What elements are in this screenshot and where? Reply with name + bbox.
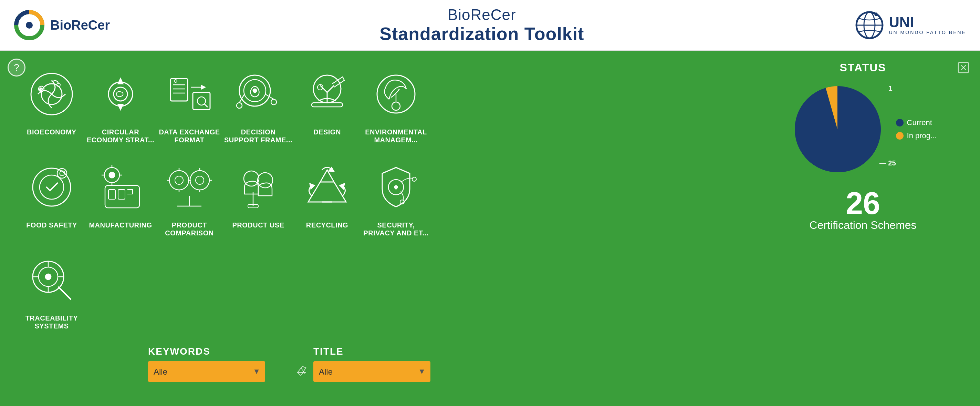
icon-circular-economy[interactable]: CIRCULAR ECONOMY STRAT... <box>86 65 155 144</box>
header-title-sub: Standardization Toolkit <box>110 24 854 44</box>
right-panel: STATUS 1 — 25 <box>763 61 963 232</box>
chart-legend-row: 1 — 25 Current In prog... <box>763 81 963 177</box>
keywords-filter-label: KEYWORDS <box>148 346 265 357</box>
svg-rect-49 <box>108 190 115 199</box>
main-content: ? € BIOECONOMY CIRCULAR ECONOMY STRAT... <box>0 51 980 406</box>
svg-point-22 <box>174 80 177 82</box>
svg-point-79 <box>45 274 51 280</box>
header: BioReCer BioReCer Standardization Toolki… <box>0 0 980 51</box>
legend-current: Current <box>896 118 937 127</box>
svg-point-40 <box>40 175 64 199</box>
pie-label-inprogress: — 25 <box>880 159 896 167</box>
legend-current-label: Current <box>907 118 932 127</box>
certification-number: 26 <box>763 188 963 219</box>
keywords-select[interactable]: Alle <box>148 361 265 382</box>
icon-data-exchange[interactable]: DATA EXCHANGE FORMAT <box>155 65 224 144</box>
svg-point-51 <box>169 171 189 190</box>
legend-inprogress-dot <box>896 132 904 139</box>
icon-recycling[interactable]: RECYCLING <box>293 158 361 237</box>
svg-point-30 <box>237 103 242 108</box>
uni-logo-text: UNI <box>889 15 967 30</box>
icon-security[interactable]: SECURITY, PRIVACY AND ET... <box>361 158 430 237</box>
svg-point-52 <box>175 176 183 184</box>
pie-label-current: 1 <box>888 85 892 93</box>
header-title-main: BioReCer <box>110 6 854 24</box>
icon-environmental[interactable]: ENVIRONMENTAL MANAGEM... <box>361 65 430 144</box>
icon-security-label: SECURITY, PRIVACY AND ET... <box>361 221 430 237</box>
svg-marker-69 <box>340 184 344 189</box>
svg-point-58 <box>196 176 204 184</box>
help-button[interactable]: ? <box>8 59 25 77</box>
icon-traceability-label: TRACEABILITY SYSTEMS <box>17 314 86 330</box>
biorecer-logo-area: BioReCer <box>14 10 110 41</box>
icon-bioeconomy-label: BIOECONOMY <box>27 128 76 136</box>
svg-rect-48 <box>105 185 140 208</box>
icon-food-safety-label: FOOD SAFETY <box>26 221 77 229</box>
svg-point-29 <box>253 89 256 93</box>
header-center: BioReCer Standardization Toolkit <box>110 6 854 44</box>
icon-product-comparison-label: PRODUCT COMPARISON <box>155 221 224 237</box>
title-select-wrapper: Alle ▼ <box>313 361 430 382</box>
icon-bioeconomy[interactable]: € BIOECONOMY <box>17 65 86 144</box>
biorecer-logo-text: BioReCer <box>50 18 110 33</box>
svg-point-72 <box>412 177 416 181</box>
svg-point-75 <box>395 186 398 189</box>
uni-logo-icon <box>854 10 885 41</box>
uni-logo-area: UNI UN MONDO FATTO BENE <box>854 10 967 41</box>
svg-point-47 <box>109 172 115 178</box>
svg-rect-18 <box>170 78 188 101</box>
legend-inprogress-label: In prog... <box>907 131 937 140</box>
icon-manufacturing-label: MANUFACTURING <box>89 221 152 229</box>
chart-legend: Current In prog... <box>896 118 937 140</box>
svg-point-17 <box>114 87 127 101</box>
keywords-filter-group: KEYWORDS Alle ▼ <box>148 346 265 382</box>
svg-rect-34 <box>312 103 343 107</box>
certification-count: 26 Certification Schemes <box>763 188 963 232</box>
svg-marker-15 <box>118 78 123 84</box>
uni-tagline: UN MONDO FATTO BENE <box>889 30 967 35</box>
icon-decision-support[interactable]: DECISION SUPPORT FRAME... <box>224 65 293 144</box>
icon-product-use[interactable]: PRODUCT USE <box>224 158 293 237</box>
svg-line-78 <box>59 287 71 299</box>
legend-current-dot <box>896 119 904 126</box>
svg-point-57 <box>190 171 209 190</box>
icon-design[interactable]: DESIGN <box>293 65 361 144</box>
icon-recycling-label: RECYCLING <box>306 221 348 229</box>
icon-product-comparison[interactable]: PRODUCT COMPARISON <box>155 158 224 237</box>
icon-manufacturing[interactable]: MANUFACTURING <box>86 158 155 237</box>
svg-point-1 <box>26 22 33 29</box>
svg-marker-23 <box>202 85 205 89</box>
svg-point-31 <box>271 99 277 105</box>
certification-label: Certification Schemes <box>763 219 963 232</box>
title-filter-label: TITLE <box>313 346 430 357</box>
icon-design-label: DESIGN <box>313 128 341 136</box>
svg-rect-50 <box>118 190 125 199</box>
svg-line-84 <box>301 368 305 374</box>
svg-point-37 <box>392 102 400 110</box>
biorecer-logo-icon <box>14 10 45 41</box>
pie-chart: 1 — 25 <box>789 81 886 177</box>
icon-circular-economy-label: CIRCULAR ECONOMY STRAT... <box>86 128 155 144</box>
icon-traceability[interactable]: TRACEABILITY SYSTEMS <box>17 251 86 330</box>
legend-inprogress: In prog... <box>896 131 937 140</box>
status-title: STATUS <box>763 61 963 74</box>
icon-environmental-label: ENVIRONMENTAL MANAGEM... <box>361 128 430 144</box>
svg-marker-16 <box>118 104 123 110</box>
svg-marker-68 <box>310 184 314 189</box>
title-select[interactable]: Alle <box>313 361 430 382</box>
svg-text:€: € <box>40 88 42 91</box>
svg-line-26 <box>204 104 208 107</box>
icon-decision-support-label: DECISION SUPPORT FRAME... <box>224 128 293 144</box>
icon-product-use-label: PRODUCT USE <box>232 221 284 229</box>
title-filter-group: TITLE Alle ▼ <box>313 346 430 382</box>
eraser-icon[interactable] <box>296 366 307 379</box>
keywords-select-wrapper: Alle ▼ <box>148 361 265 382</box>
icon-food-safety[interactable]: FOOD SAFETY <box>17 158 86 237</box>
icon-data-exchange-label: DATA EXCHANGE FORMAT <box>155 128 224 144</box>
